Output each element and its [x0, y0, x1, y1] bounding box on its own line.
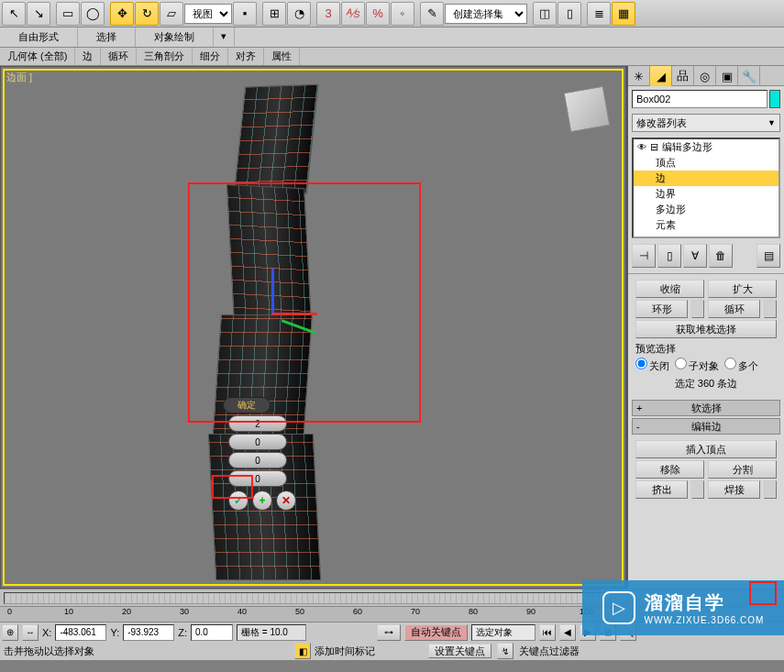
weld-settings-icon[interactable]: [764, 480, 777, 499]
pivot-icon[interactable]: ▪: [233, 2, 257, 26]
snap-angle-icon[interactable]: ⅍: [341, 2, 365, 26]
angle-snap-icon[interactable]: ◔: [287, 2, 311, 26]
layers-icon[interactable]: ≣: [587, 2, 611, 26]
submode-align[interactable]: 对齐: [228, 48, 264, 65]
play-start-icon[interactable]: ⏮: [539, 624, 556, 641]
stack-vertex[interactable]: 顶点: [634, 155, 778, 171]
motion-tab-icon[interactable]: ◎: [694, 66, 716, 86]
caddy-spinner-1[interactable]: 0: [228, 434, 287, 450]
tab-paint[interactable]: 对象绘制: [136, 28, 214, 47]
modify-tab-icon[interactable]: ◢: [650, 66, 672, 86]
key-filter-icon[interactable]: ↯: [497, 643, 513, 659]
display-tab-icon[interactable]: ▣: [716, 66, 738, 86]
preview-subobj-radio[interactable]: 子对象: [675, 358, 719, 373]
insert-vertex-button[interactable]: 插入顶点: [635, 440, 777, 458]
get-stack-sel-button[interactable]: 获取堆栈选择: [635, 320, 777, 338]
snap-toggle-icon[interactable]: ⊞: [262, 2, 286, 26]
preview-off-radio[interactable]: 关闭: [635, 358, 669, 373]
shrink-button[interactable]: 收缩: [635, 280, 704, 298]
viewport[interactable]: 边面 ] 确定 2 0 0 0 ✓ + ✕: [0, 66, 626, 589]
submode-props[interactable]: 属性: [264, 48, 300, 65]
weld-button[interactable]: 焊接: [708, 480, 760, 499]
key-mode-icon[interactable]: ⊶: [377, 624, 401, 641]
modifier-list-dropdown[interactable]: 修改器列表▼: [632, 114, 780, 132]
loop-button[interactable]: 循环: [708, 300, 760, 318]
z-coord-input[interactable]: 0.0: [191, 624, 233, 641]
lock-sel-icon[interactable]: ⊕: [2, 624, 18, 641]
snap-3-icon[interactable]: 3: [316, 2, 340, 26]
object-name-input[interactable]: [632, 90, 767, 108]
hierarchy-tab-icon[interactable]: 品: [672, 66, 694, 86]
y-coord-input[interactable]: -93.923: [123, 624, 174, 641]
command-panel: ✳ ◢ 品 ◎ ▣ 🔧 修改器列表▼ 👁⊟编辑多边形 顶点 边 边界 多边形 元…: [626, 66, 784, 589]
abs-transform-icon[interactable]: ↔: [22, 624, 39, 641]
caddy-spinner-3[interactable]: 0: [228, 470, 287, 487]
ring-button[interactable]: 环形: [635, 300, 688, 318]
utilities-tab-icon[interactable]: 🔧: [738, 66, 760, 86]
remove-button[interactable]: 移除: [635, 460, 704, 479]
set-key-button[interactable]: 设置关键点: [428, 644, 491, 658]
spinner-snap-icon[interactable]: ◦: [391, 2, 414, 26]
soft-select-rollout-header[interactable]: +软选择: [632, 400, 780, 416]
split-button[interactable]: 分割: [708, 460, 777, 479]
select-tool-icon[interactable]: ↘: [27, 2, 50, 26]
schematic-icon[interactable]: ▦: [612, 2, 635, 26]
stack-border[interactable]: 边界: [634, 186, 778, 202]
caddy-apply-button[interactable]: +: [252, 490, 272, 511]
modifier-stack[interactable]: 👁⊟编辑多边形 顶点 边 边界 多边形 元素 👁⊟FFD 4x4x4 控制点 晶…: [632, 138, 780, 238]
pin-stack-icon[interactable]: ⊣: [632, 244, 656, 268]
arrow-tool-icon[interactable]: ↖: [2, 2, 26, 26]
rotate-tool-icon[interactable]: ↻: [135, 2, 159, 26]
stack-polygon[interactable]: 多边形: [634, 202, 778, 217]
tab-select[interactable]: 选择: [78, 28, 136, 47]
key-target-dropdown[interactable]: 选定对象: [471, 624, 536, 641]
stack-edge[interactable]: 边: [634, 171, 778, 186]
key-filter-label[interactable]: 关键点过滤器: [519, 644, 580, 658]
tab-freeform[interactable]: 自由形式: [0, 28, 78, 47]
create-tab-icon[interactable]: ✳: [628, 66, 650, 86]
snap-percent-icon[interactable]: %: [366, 2, 390, 26]
ring-spinner[interactable]: [691, 300, 704, 318]
edit-edges-rollout-header[interactable]: -编辑边: [632, 418, 780, 435]
named-sel-icon[interactable]: ✎: [420, 2, 444, 26]
lasso-select-icon[interactable]: ◯: [81, 2, 105, 26]
loop-spinner[interactable]: [764, 300, 777, 318]
grow-button[interactable]: 扩大: [708, 280, 777, 298]
x-coord-input[interactable]: -483.061: [55, 624, 106, 641]
mirror-icon[interactable]: ◫: [533, 2, 557, 26]
rect-select-icon[interactable]: ▭: [56, 2, 80, 26]
caddy-spinner-0[interactable]: 2: [228, 415, 287, 432]
ref-coord-dropdown[interactable]: 视图: [184, 4, 232, 24]
preview-multi-radio[interactable]: 多个: [724, 358, 758, 373]
submode-subdiv[interactable]: 细分: [193, 48, 228, 65]
scale-tool-icon[interactable]: ▱: [160, 2, 183, 26]
caddy-spinner-2[interactable]: 0: [228, 452, 287, 468]
stack-element[interactable]: 元素: [634, 217, 778, 233]
submode-geom[interactable]: 几何体 (全部): [0, 48, 75, 65]
play-prev-icon[interactable]: ◀: [559, 624, 576, 641]
time-tag-icon[interactable]: ◧: [294, 643, 311, 659]
stack-ffd[interactable]: 👁⊟FFD 4x4x4: [634, 233, 778, 238]
named-sel-dropdown[interactable]: 创建选择集: [445, 4, 527, 24]
remove-mod-icon[interactable]: 🗑: [709, 244, 733, 268]
object-color-swatch[interactable]: [769, 90, 780, 108]
submode-tri[interactable]: 三角剖分: [137, 48, 193, 65]
viewport-label: 边面 ]: [6, 71, 32, 84]
make-unique-icon[interactable]: ∀: [683, 244, 707, 268]
move-tool-icon[interactable]: ✥: [110, 2, 134, 26]
preview-sel-label: 预览选择: [635, 342, 777, 356]
configure-stack-icon[interactable]: ▤: [756, 244, 780, 268]
caddy-ok-button[interactable]: ✓: [228, 490, 248, 511]
add-time-tag-label[interactable]: 添加时间标记: [315, 644, 375, 658]
tab-expand-icon[interactable]: ▾: [214, 28, 235, 47]
auto-key-button[interactable]: 自动关键点: [404, 624, 468, 641]
extrude-settings-icon[interactable]: [691, 480, 704, 499]
stack-edit-poly[interactable]: 👁⊟编辑多边形: [634, 139, 778, 155]
viewcube[interactable]: [564, 86, 611, 133]
submode-edge[interactable]: 边: [75, 48, 101, 65]
caddy-cancel-button[interactable]: ✕: [276, 490, 296, 511]
align-icon[interactable]: ▯: [558, 2, 581, 26]
extrude-button[interactable]: 挤出: [635, 480, 688, 499]
submode-loop[interactable]: 循环: [101, 48, 137, 65]
show-end-result-icon[interactable]: ▯: [657, 244, 681, 268]
